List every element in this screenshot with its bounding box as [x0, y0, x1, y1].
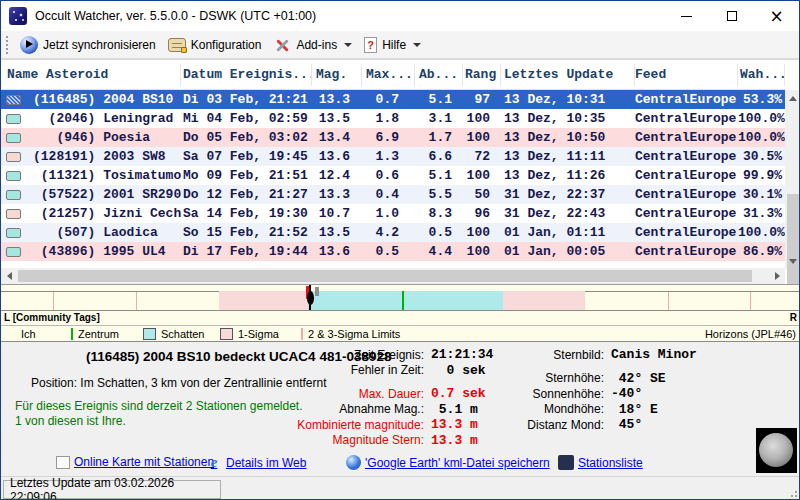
web-icon: e — [206, 455, 222, 471]
col-ab[interactable]: Ab... — [415, 64, 463, 86]
cell-ab: 0.5 — [415, 225, 463, 240]
horizontal-scroll-thumb[interactable] — [18, 270, 752, 282]
help-button[interactable]: ? Hilfe — [358, 34, 427, 56]
link-stations[interactable]: Stationsliste — [558, 455, 643, 470]
link-kml[interactable]: 'Google Earth' kml-Datei speichern — [346, 455, 550, 470]
titlebar: Occult Watcher, ver. 5.5.0.0 - DSWK (UTC… — [1, 1, 799, 31]
stations-icon — [558, 455, 574, 470]
stations-yours-text: 1 von diesen ist Ihre. — [15, 414, 126, 428]
scroll-left-button[interactable] — [1, 268, 17, 284]
table-row[interactable]: (507) LaodicaSo 15 Feb, 21:5213.54.20.51… — [1, 223, 785, 242]
cell-datum: Mo 09 Feb, 21:51 — [181, 168, 312, 183]
col-rang[interactable]: Rang — [463, 64, 501, 86]
cell-mag: 13.6 — [312, 244, 362, 259]
pin-swatch-icon — [9, 328, 16, 341]
row-status-icon — [6, 209, 21, 219]
cell-max: 0.5 — [362, 244, 415, 259]
event-timeline[interactable] — [1, 284, 800, 310]
maximize-button[interactable] — [709, 1, 754, 31]
addins-label: Add-ins — [296, 38, 337, 52]
cell-datum: Di 17 Feb, 19:44 — [181, 244, 312, 259]
field-label: Fehler in Zeit: — [241, 363, 431, 377]
link-web[interactable]: eDetails im Web — [206, 455, 306, 471]
col-max[interactable]: Max... — [362, 64, 415, 86]
cell-ab: 8.3 — [415, 206, 463, 221]
cell-update: 13 Dez, 10:31 — [501, 92, 635, 107]
sigma23-swatch-icon — [301, 328, 303, 340]
cell-max: 6.9 — [362, 130, 415, 145]
table-row[interactable]: (21257) Jizni CechySa 14 Feb, 19:3010.71… — [1, 204, 785, 223]
close-icon: × — [769, 8, 783, 25]
minimize-button[interactable] — [664, 1, 709, 31]
cell-rang: 100 — [463, 111, 501, 126]
legend-label: 2 & 3-Sigma Limits — [308, 328, 400, 340]
cell-max: 1.3 — [362, 149, 415, 164]
table-row[interactable]: (2046) LeningradMi 04 Feb, 02:5913.51.83… — [1, 109, 785, 128]
horizontal-scrollbar[interactable] — [1, 268, 785, 284]
window-title: Occult Watcher, ver. 5.5.0.0 - DSWK (UTC… — [35, 9, 316, 23]
cell-mag: 12.4 — [312, 168, 362, 183]
field-label: Zeit Ereignis: — [241, 348, 431, 362]
detail-field: Sonnenhöhe:-40° — [456, 386, 697, 402]
cell-rang: 100 — [463, 168, 501, 183]
help-label: Hilfe — [382, 38, 406, 52]
cell-rang: 97 — [463, 92, 501, 107]
row-status-icon — [6, 114, 21, 124]
toolbar-grip[interactable] — [5, 35, 9, 55]
sync-label: Jetzt synchronisieren — [43, 38, 156, 52]
scroll-up-button[interactable] — [785, 90, 800, 106]
cell-name: (116485) 2004 BS10 — [25, 92, 181, 107]
window-controls: × — [664, 1, 799, 31]
sync-button[interactable]: Jetzt synchronisieren — [14, 33, 162, 57]
cell-update: 01 Jan, 00:05 — [501, 244, 635, 259]
vertical-scrollbar[interactable] — [785, 90, 800, 269]
configuration-button[interactable]: Konfiguration — [162, 35, 268, 55]
cell-ab: 5.1 — [415, 92, 463, 107]
maximize-icon — [727, 11, 737, 21]
table-row[interactable]: (946) PoesiaDo 05 Feb, 03:0213.46.91.710… — [1, 128, 785, 147]
field-value: 45° — [611, 417, 642, 432]
link-map[interactable]: Online Karte mit Stationen — [56, 455, 214, 469]
table-row[interactable]: (128191) 2003 SW8Sa 07 Feb, 19:4513.61.3… — [1, 147, 785, 166]
station-tick — [315, 287, 319, 296]
resize-grip[interactable] — [788, 488, 798, 498]
timeline-band — [308, 291, 503, 311]
addins-button[interactable]: Add-ins — [267, 33, 358, 57]
col-letztes-update[interactable]: Letztes Update — [501, 64, 635, 86]
cell-name: (11321) Tosimatumoto — [25, 168, 181, 183]
cell-name: (57522) 2001 SR290 — [25, 187, 181, 202]
col-mag[interactable]: Mag. — [312, 64, 362, 86]
table-row[interactable]: (57522) 2001 SR290Do 12 Feb, 21:2713.30.… — [1, 185, 785, 204]
row-icon-cell — [1, 209, 25, 219]
statusbar: Letztes Update am 03.02.2026 22:09:06 — [1, 476, 800, 500]
scroll-down-button[interactable] — [785, 253, 800, 269]
vertical-scroll-thumb[interactable] — [787, 194, 799, 294]
legend-label: Ich — [21, 328, 36, 340]
moon-phase-thumbnail — [756, 428, 797, 473]
sigma-limit-line — [750, 292, 751, 311]
cell-name: (21257) Jizni Cechy — [25, 206, 181, 221]
detail-field: Mondhöhe: 18° E — [456, 402, 697, 418]
table-row[interactable]: (11321) TosimatumotoMo 09 Feb, 21:5112.4… — [1, 166, 785, 185]
col-feed[interactable]: Feed — [635, 64, 738, 86]
table-row[interactable]: (116485) 2004 BS10Di 03 Feb, 21:2113.30.… — [1, 90, 785, 109]
col-datum[interactable]: Datum Ereignis... — [181, 64, 312, 86]
field-label: Abnahme Mag.: — [241, 402, 431, 416]
chevron-down-icon — [413, 43, 421, 47]
col-name-asteroid[interactable]: Name Asteroid — [1, 64, 181, 86]
cell-feed: CentralEurope — [635, 168, 738, 183]
arrow-right-icon — [775, 272, 780, 280]
cell-max: 4.2 — [362, 225, 415, 240]
col-wahrscheinlichkeit[interactable]: Wah... — [738, 64, 785, 86]
center-line — [402, 291, 404, 311]
cell-feed: CentralEurope — [635, 149, 738, 164]
minimize-icon — [681, 16, 692, 17]
detail-field: Sternbild:Canis Minor — [456, 347, 697, 363]
close-button[interactable]: × — [754, 1, 799, 31]
cell-ab: 3.1 — [415, 111, 463, 126]
row-status-icon — [6, 152, 21, 162]
table-row[interactable]: (43896) 1995 UL4Di 17 Feb, 19:4413.60.54… — [1, 242, 785, 261]
cell-mag: 13.3 — [312, 92, 362, 107]
scroll-right-button[interactable] — [769, 268, 785, 284]
row-icon-cell — [1, 190, 25, 200]
